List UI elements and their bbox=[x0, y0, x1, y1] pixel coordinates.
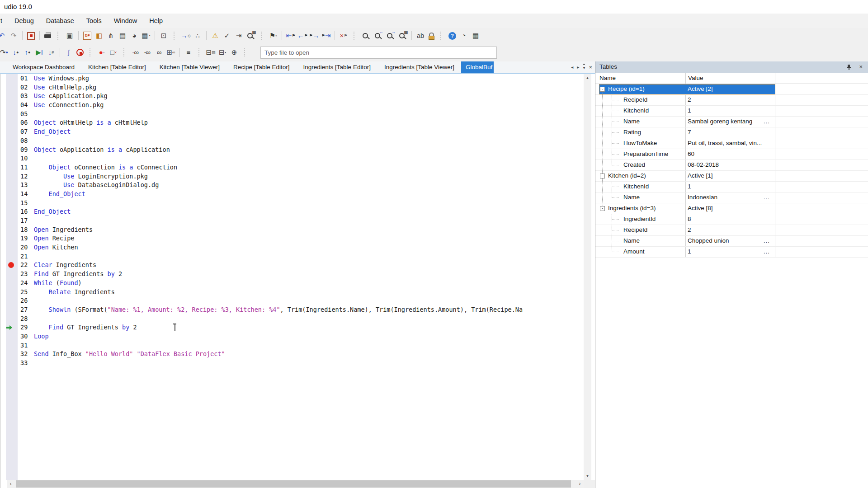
print-icon[interactable] bbox=[44, 32, 52, 39]
code-line[interactable]: 05 bbox=[0, 110, 584, 119]
code-line[interactable]: 14 End_Object bbox=[0, 190, 584, 199]
code-line[interactable]: 24While (Found) bbox=[0, 279, 584, 288]
tree-expander-icon[interactable]: - bbox=[600, 174, 605, 178]
find-icon[interactable] bbox=[362, 32, 370, 40]
call-stack-icon[interactable]: ≡ bbox=[183, 47, 194, 58]
table-row-name[interactable]: NameSambal goreng kentang... bbox=[595, 117, 868, 127]
find-next-icon[interactable]: → bbox=[386, 32, 395, 40]
toggle-bookmark-icon[interactable]: ⚑▫ bbox=[267, 30, 279, 41]
code-line[interactable]: 04Use cConnection.pkg bbox=[0, 101, 584, 110]
undo-icon[interactable]: ↶ bbox=[0, 30, 8, 41]
compiler-warnings-icon[interactable]: ⚠ bbox=[209, 30, 221, 41]
tab-ingredients-table-viewer[interactable]: Ingredients [Table Viewer] bbox=[377, 61, 461, 73]
table-row-preparationtime[interactable]: PreparationTime60 bbox=[595, 149, 868, 160]
set-next-statement-icon[interactable]: ↓# bbox=[45, 47, 57, 58]
database-explorer-icon[interactable]: ⊟▥ bbox=[205, 47, 217, 58]
code-line[interactable]: 29 Find GT Ingredients by 2 bbox=[0, 323, 584, 332]
code-line[interactable]: 32Send Info_Box "Hello World" "DataFlex … bbox=[0, 350, 584, 359]
table-row-howtomake[interactable]: HowToMakePut oil, trassi, sambal, vin... bbox=[595, 138, 868, 149]
local-variables-icon[interactable]: ▫∞ bbox=[130, 47, 142, 58]
scroll-tabs-left-icon[interactable]: ◂ bbox=[571, 64, 573, 70]
find-in-files-icon[interactable]: ▤ bbox=[398, 32, 407, 40]
about-icon[interactable]: ◔ bbox=[458, 30, 470, 41]
table-row-ingredients-id-3[interactable]: -Ingredients (id=3)Active [8] bbox=[595, 203, 868, 214]
code-line[interactable]: 18Open Ingredients bbox=[0, 225, 584, 235]
first-bookmark-icon[interactable]: ⇤⚑ bbox=[285, 30, 297, 41]
table-row-kitchen-id-2[interactable]: -Kitchen (id=2)Active [1] bbox=[595, 171, 868, 182]
step-into-icon[interactable]: ↓● bbox=[10, 47, 22, 58]
redo-icon[interactable]: ↷ bbox=[8, 30, 19, 41]
code-area[interactable]: 01Use Windows.pkg02Use cHtmlHelp.pkg03Us… bbox=[0, 74, 584, 480]
last-bookmark-icon[interactable]: ⚑⇥ bbox=[320, 30, 332, 41]
scroll-up-icon[interactable]: ▲ bbox=[584, 74, 591, 82]
code-line[interactable]: 17 bbox=[0, 216, 584, 225]
stop-record-icon[interactable] bbox=[27, 32, 35, 40]
horizontal-scrollbar[interactable]: ‹ › bbox=[7, 480, 584, 488]
clear-breakpoints-icon[interactable]: □× bbox=[108, 47, 119, 58]
breakpoint-marker[interactable] bbox=[8, 262, 14, 268]
code-line[interactable]: 01Use Windows.pkg bbox=[0, 74, 584, 83]
next-bookmark-icon[interactable]: ⚑→ bbox=[308, 30, 320, 41]
stop-debugging-icon[interactable] bbox=[76, 49, 84, 56]
code-line[interactable]: 33 bbox=[0, 359, 584, 368]
code-line[interactable]: 22Clear Ingredients bbox=[0, 261, 584, 270]
code-line[interactable]: 30Loop bbox=[0, 332, 584, 341]
code-line[interactable]: 28 bbox=[0, 314, 584, 324]
code-line[interactable]: 09Object oApplication is a cApplication bbox=[0, 145, 584, 155]
table-row-rating[interactable]: Rating7 bbox=[595, 127, 868, 138]
scroll-left-icon[interactable]: ‹ bbox=[7, 480, 14, 488]
table-row-created[interactable]: Created08-02-2018 bbox=[595, 160, 868, 171]
table-row-name[interactable]: NameChopped union... bbox=[595, 236, 868, 247]
table-lookup-icon[interactable]: ▦◔ bbox=[140, 30, 152, 41]
windows-list-icon[interactable]: ▦ bbox=[470, 30, 481, 41]
close-tab-icon[interactable]: × bbox=[589, 64, 592, 70]
find-file-icon[interactable]: ▤ bbox=[246, 32, 255, 40]
code-line[interactable]: 31 bbox=[0, 341, 584, 350]
ellipsis-button[interactable]: ... bbox=[764, 118, 770, 125]
workspace-explorer-icon[interactable]: ◧ bbox=[93, 30, 105, 41]
pin-icon[interactable] bbox=[846, 64, 852, 70]
copy-panels-icon[interactable]: ▣ bbox=[64, 30, 75, 41]
code-line[interactable]: 06Object oHtmlHelp is a cHtmlHelp bbox=[0, 118, 584, 127]
code-line[interactable]: 13 Use DatabaseLoginDialog.dg bbox=[0, 181, 584, 190]
menu-item-tools[interactable]: Tools bbox=[86, 17, 102, 24]
code-line[interactable]: 08 bbox=[0, 136, 584, 145]
toggle-breakpoint-icon[interactable]: ●▫ bbox=[96, 47, 108, 58]
clear-bookmarks-icon[interactable]: ×⚑ bbox=[338, 30, 349, 41]
code-line[interactable]: 11 Object oConnection is a cConnection bbox=[0, 163, 584, 172]
tree-expander-icon[interactable]: - bbox=[600, 206, 605, 211]
find-previous-icon[interactable]: ← bbox=[374, 32, 382, 40]
tab-workspace-dashboard[interactable]: Workspace Dashboard bbox=[6, 61, 81, 73]
code-line[interactable]: 12 Use LoginEncryption.pkg bbox=[0, 172, 584, 181]
code-line[interactable]: 20Open Kitchen bbox=[0, 243, 584, 252]
tab-recipe-table-editor[interactable]: Recipe [Table Editor] bbox=[226, 61, 297, 73]
table-row-ingredientid[interactable]: IngredientId8 bbox=[595, 214, 868, 225]
step-out-icon[interactable]: ↑● bbox=[22, 47, 33, 58]
code-line[interactable]: 26 bbox=[0, 296, 584, 305]
tree-expander-icon[interactable]: - bbox=[600, 87, 605, 92]
table-row-kitchenid[interactable]: KitchenId1 bbox=[595, 182, 868, 192]
replace-icon[interactable]: ab bbox=[415, 30, 426, 41]
new-window-icon[interactable]: ⊡ bbox=[158, 30, 170, 41]
ellipsis-button[interactable]: ... bbox=[764, 194, 770, 201]
help-icon[interactable]: ? bbox=[448, 32, 456, 40]
todo-list-icon[interactable]: ✓ bbox=[221, 30, 233, 41]
code-line[interactable]: 15 bbox=[0, 199, 584, 208]
ellipsis-button[interactable]: ... bbox=[764, 237, 770, 244]
horizontal-scrollbar-thumb[interactable] bbox=[16, 480, 571, 488]
table-inspector-icon[interactable]: ⊞∞ bbox=[165, 47, 177, 58]
column-header-name[interactable]: Name bbox=[599, 75, 616, 81]
visual-styles-icon[interactable]: ◕ bbox=[128, 30, 140, 41]
web-services-icon[interactable]: ⊕ bbox=[228, 47, 240, 58]
code-editor[interactable]: 01Use Windows.pkg02Use cHtmlHelp.pkg03Us… bbox=[0, 74, 595, 488]
tab-globalbuf[interactable]: GlobalBuf bbox=[461, 61, 494, 73]
code-snippets-icon[interactable]: ∴ bbox=[192, 30, 203, 41]
tab-kitchen-table-viewer[interactable]: Kitchen [Table Viewer] bbox=[153, 61, 226, 73]
code-line[interactable]: 02Use cHtmlHelp.pkg bbox=[0, 83, 584, 92]
code-line[interactable]: 03Use cApplication.pkg bbox=[0, 92, 584, 101]
code-line[interactable]: 19Open Recipe bbox=[0, 234, 584, 243]
code-line[interactable]: 21 bbox=[0, 252, 584, 261]
table-row-recipe-id-1[interactable]: -Recipe (id=1)Active [2] bbox=[595, 84, 868, 95]
code-line[interactable]: 23Find GT Ingredients by 2 bbox=[0, 270, 584, 279]
column-header-value[interactable]: Value bbox=[688, 75, 703, 81]
